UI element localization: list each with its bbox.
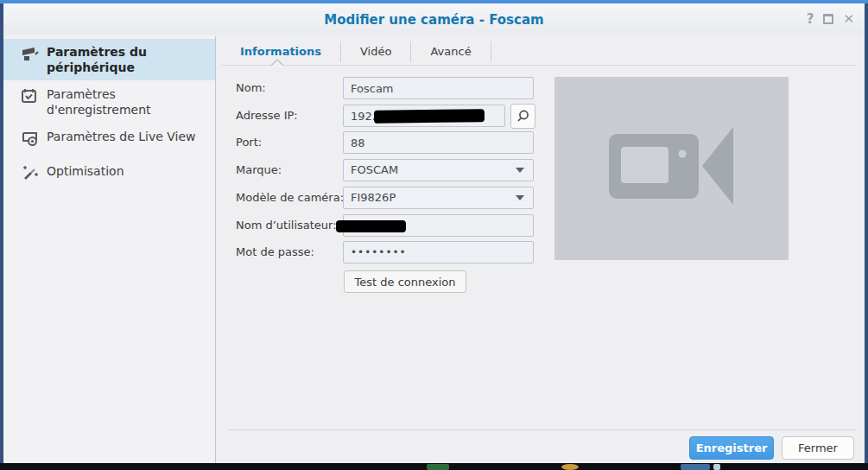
field-label-nom: Nom: [236,77,341,99]
chevron-down-icon [516,195,524,200]
desktop-edge-right [865,3,868,463]
sidebar-item-label: Paramètres de Live View [47,129,195,144]
camera-preview-placeholder [554,77,789,260]
tab-bar: Informations Vidéo Avancé [221,39,491,65]
edit-camera-dialog: Modifier une caméra - Foscam ? ✕ Paramèt… [3,3,865,463]
sidebar-item-label: Paramètres du périphérique [47,44,208,75]
search-camera-button[interactable] [510,104,535,129]
desktop-fragment [681,464,710,470]
sidebar-item-label: Paramètres d'enregistrement [47,86,208,118]
tab-separator [491,41,491,62]
maximize-icon[interactable] [823,14,833,24]
desktop-fragment [713,464,720,470]
field-label-mot-de-passe: Mot de passe: [236,241,341,264]
tab-underline [221,65,856,66]
brand-dropdown[interactable]: FOSCAM [343,159,534,181]
camera-model-dropdown-value: FI9826P [351,187,396,208]
field-label-marque: Marque: [236,159,341,181]
field-label-utilisateur: Nom d’utilisateur: [236,214,341,237]
tab-video[interactable]: Vidéo [341,40,410,64]
footer-separator [227,429,856,430]
sidebar-item-device-settings[interactable]: Paramètres du périphérique [3,39,215,80]
desktop-fragment [561,464,579,470]
sidebar-divider [215,36,216,463]
sidebar-item-label: Optimisation [47,163,124,179]
field-label-modele: Modèle de caméra: [236,187,341,209]
active-tab-caret [270,59,284,66]
save-button[interactable]: Enregistrer [689,436,774,460]
camera-name-input[interactable] [343,77,534,99]
magic-wand-icon [20,164,39,181]
dialog-titlebar[interactable]: Modifier une caméra - Foscam ? ✕ [3,3,865,35]
sidebar-item-recording-settings[interactable]: Paramètres d'enregistrement [3,81,215,123]
settings-sidebar: Paramètres du périphérique Paramètres d'… [3,36,215,463]
test-connection-button[interactable]: Test de connexion [344,270,466,293]
close-icon[interactable]: ✕ [843,11,854,27]
field-label-adresse-ip: Adresse IP: [236,105,341,127]
sidebar-item-optimisation[interactable]: Optimisation [3,158,215,187]
camera-model-dropdown[interactable]: FI9826P [343,187,534,209]
brand-dropdown-value: FOSCAM [351,160,398,181]
help-icon[interactable]: ? [807,11,814,27]
close-button[interactable]: Fermer [782,436,854,460]
port-input[interactable] [343,131,534,154]
live-view-icon [20,130,39,147]
ip-redaction-overlay [374,109,485,124]
desktop-bottom-strip [0,463,868,470]
password-input[interactable] [343,241,534,264]
window-controls: ? ✕ [807,11,854,27]
dialog-title: Modifier une caméra - Foscam [3,12,865,28]
sidebar-item-live-view-settings[interactable]: Paramètres de Live View [3,124,215,152]
chevron-down-icon [516,168,524,173]
device-settings-icon [20,45,39,62]
username-redaction-overlay [336,220,406,232]
search-icon [516,109,530,124]
desktop-fragment [427,464,449,470]
field-label-port: Port: [236,131,341,154]
calendar-check-icon [20,87,39,105]
video-camera-placeholder-icon [554,77,789,260]
tab-avance[interactable]: Avancé [411,40,490,64]
